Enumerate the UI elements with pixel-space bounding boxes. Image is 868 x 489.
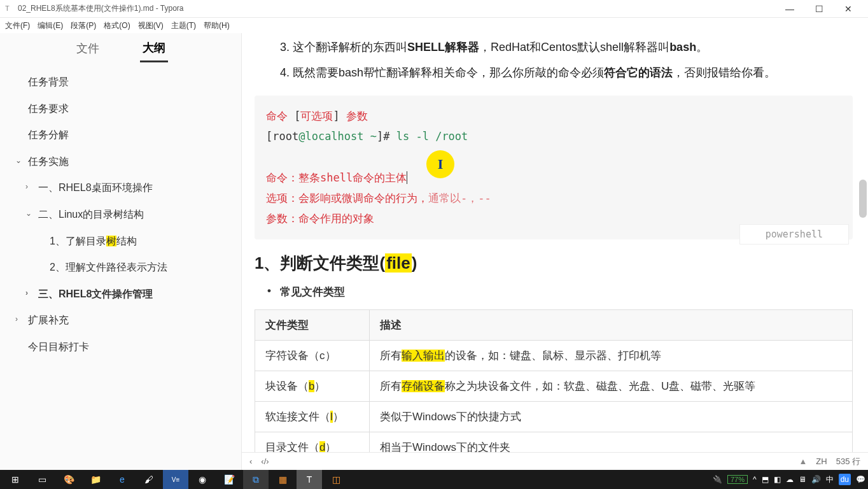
tray-icon[interactable]: ◧: [774, 475, 781, 484]
table-row: 字符设备（c） 所有输入输出的设备，如：键盘、鼠标、显示器、打印机等: [255, 340, 853, 371]
volume-icon[interactable]: 🔊: [811, 475, 821, 484]
window-title: 02_RHEL8系统基本使用(文件操作1).md - Typora: [18, 3, 184, 14]
taskview-icon[interactable]: ▭: [29, 470, 55, 489]
list-item: 4. 既然需要bash帮忙翻译解释相关命令，那么你所敲的命令必须符合它的语法，否…: [280, 61, 853, 84]
chevron-right-icon: ›: [15, 313, 18, 325]
tray-icon[interactable]: 🖥: [799, 475, 806, 484]
explorer-icon[interactable]: 📁: [83, 470, 108, 489]
outline-item[interactable]: 任务背景: [0, 69, 241, 96]
nav-back[interactable]: ‹: [249, 457, 252, 466]
outline-item[interactable]: 1、了解目录树结构: [0, 228, 241, 255]
close-button[interactable]: ✕: [834, 0, 863, 18]
notification-icon[interactable]: 💬: [856, 475, 865, 484]
table-header: 文件类型: [255, 309, 370, 340]
menu-help[interactable]: 帮助(H): [204, 20, 230, 31]
app-icon[interactable]: ▦: [270, 470, 295, 489]
vm-icon[interactable]: ◫: [323, 470, 349, 489]
statusbar: ‹ ‹/› ▲ ZH 535 行: [242, 452, 868, 470]
code-lang-label[interactable]: powershell: [739, 224, 849, 244]
outline-item[interactable]: 任务要求: [0, 96, 241, 122]
table-row: 软连接文件（l） 类似于Windows下的快捷方式: [255, 401, 853, 432]
tray-icon[interactable]: du: [839, 474, 851, 485]
chevron-right-icon: ›: [25, 287, 28, 299]
menu-paragraph[interactable]: 段落(P): [71, 20, 96, 31]
menubar: 文件(F) 编辑(E) 段落(P) 格式(O) 视图(V) 主题(T) 帮助(H…: [0, 18, 868, 33]
tab-outline[interactable]: 大纲: [140, 35, 168, 62]
menu-file[interactable]: 文件(F): [5, 20, 30, 31]
outline-item[interactable]: 今日目标打卡: [0, 334, 241, 360]
heading-file-type: 1、判断文件类型(file): [255, 252, 853, 274]
outline-item[interactable]: ›扩展补充: [0, 307, 241, 334]
notepad-icon[interactable]: 📝: [216, 470, 242, 489]
outline-item[interactable]: ⌄二、Linux的目录树结构: [0, 201, 241, 228]
outline-item[interactable]: ⌄任务实施: [0, 148, 241, 175]
tray-up-icon[interactable]: ^: [753, 475, 757, 484]
bullet-item: 常见文件类型: [280, 285, 853, 299]
edge-icon[interactable]: e: [109, 470, 135, 489]
chevron-down-icon: ⌄: [25, 208, 32, 220]
tab-files[interactable]: 文件: [74, 36, 102, 61]
app-icon: T: [5, 4, 14, 13]
minimize-button[interactable]: —: [775, 0, 804, 18]
chevron-down-icon: ⌄: [15, 155, 22, 167]
vscode-icon[interactable]: ⧉: [243, 470, 269, 489]
table-header: 描述: [370, 309, 853, 340]
battery-indicator[interactable]: 77%: [727, 475, 748, 484]
table-row: 块设备（b） 所有存储设备称之为块设备文件，如：软盘、磁盘、光盘、U盘、磁带、光…: [255, 371, 853, 401]
paint-icon[interactable]: 🎨: [56, 470, 81, 489]
menu-format[interactable]: 格式(O): [104, 20, 130, 31]
table-row: 目录文件（d） 相当于Windows下的文件夹: [255, 432, 853, 452]
outline-item-active[interactable]: ›三、RHEL8文件操作管理: [0, 281, 241, 308]
titlebar: T 02_RHEL8系统基本使用(文件操作1).md - Typora — ☐ …: [0, 0, 868, 18]
line-count: 535 行: [836, 456, 860, 467]
chevron-right-icon: ›: [25, 181, 28, 193]
paint3d-icon[interactable]: 🖌: [136, 470, 162, 489]
sidebar: 文件 大纲 任务背景 任务要求 任务分解 ⌄任务实施 ›一、RHEL8桌面环境操…: [0, 33, 242, 470]
outline-item[interactable]: 2、理解文件路径表示方法: [0, 254, 241, 281]
tray-icon[interactable]: ☁: [786, 475, 794, 484]
maximize-button[interactable]: ☐: [804, 0, 834, 18]
visio-icon[interactable]: V≡: [163, 470, 188, 489]
nav-source[interactable]: ‹/›: [261, 457, 269, 466]
taskbar: ⊞ ▭ 🎨 📁 e 🖌 V≡ ◉ 📝 ⧉ ▦ T ◫ 🔌 77% ^ ⬒ ◧ ☁…: [0, 470, 868, 489]
spell-lang[interactable]: ZH: [816, 457, 827, 466]
menu-view[interactable]: 视图(V): [138, 20, 164, 31]
start-button[interactable]: ⊞: [3, 470, 28, 489]
warning-icon[interactable]: ▲: [799, 457, 807, 466]
outline-tree: 任务背景 任务要求 任务分解 ⌄任务实施 ›一、RHEL8桌面环境操作 ⌄二、L…: [0, 64, 241, 470]
file-type-table: 文件类型 描述 字符设备（c） 所有输入输出的设备，如：键盘、鼠标、显示器、打印…: [255, 309, 853, 452]
editor-content[interactable]: 3. 这个翻译解析的东西叫SHELL解释器，RedHat和Centos默认she…: [242, 33, 868, 452]
list-item: 3. 这个翻译解析的东西叫SHELL解释器，RedHat和Centos默认she…: [280, 36, 853, 59]
chrome-icon[interactable]: ◉: [190, 470, 215, 489]
cursor-highlight-icon: [426, 150, 454, 178]
ime-icon[interactable]: 中: [826, 474, 834, 485]
outline-item[interactable]: ›一、RHEL8桌面环境操作: [0, 174, 241, 201]
code-block[interactable]: 命令 [可选项] 参数 [root@localhost ~]# ls -l /r…: [255, 96, 853, 239]
typora-icon[interactable]: T: [297, 470, 322, 489]
outline-item[interactable]: 任务分解: [0, 122, 241, 148]
tray-icon[interactable]: ⬒: [762, 475, 769, 484]
scrollbar-thumb[interactable]: [859, 180, 867, 218]
power-icon[interactable]: 🔌: [713, 475, 722, 484]
menu-theme[interactable]: 主题(T): [171, 20, 196, 31]
menu-edit[interactable]: 编辑(E): [38, 20, 63, 31]
